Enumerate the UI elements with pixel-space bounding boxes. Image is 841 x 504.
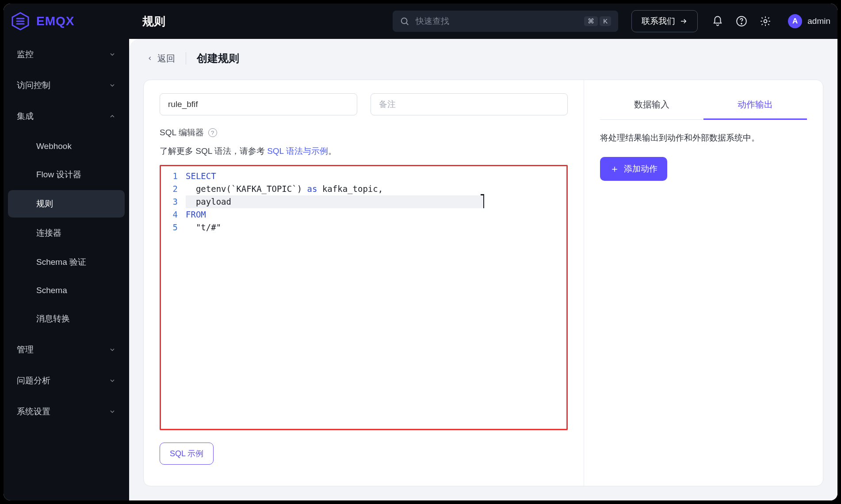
- code-content: payload: [186, 195, 484, 208]
- rule-card: SQL 编辑器 ? 了解更多 SQL 语法，请参考 SQL 语法与示例。 1SE…: [143, 80, 823, 486]
- main-content: 返回 创建规则 SQL 编辑器 ? 了解更多 SQL 语法，请参考 SQL 语法…: [129, 39, 837, 500]
- code-content: getenv(`KAFKA_TOPIC`) as kafka_topic,: [186, 183, 383, 195]
- sidebar-section-integration[interactable]: 集成: [4, 101, 129, 132]
- breadcrumb-separator: [186, 52, 186, 65]
- chevron-down-icon: [109, 346, 116, 353]
- brand-name: EMQX: [36, 14, 74, 28]
- back-button[interactable]: 返回: [147, 53, 175, 65]
- contact-us-button[interactable]: 联系我们: [631, 10, 698, 32]
- tab-description: 将处理结果输出到动作和外部数据系统中。: [600, 132, 807, 144]
- line-number: 1: [161, 170, 186, 183]
- rule-name-input[interactable]: [160, 93, 357, 115]
- header-page-title: 规则: [142, 14, 165, 29]
- arrow-right-icon: [680, 17, 688, 25]
- brand-area[interactable]: EMQX: [11, 11, 130, 31]
- code-content: FROM: [186, 208, 206, 221]
- code-line[interactable]: 5 "t/#": [161, 221, 566, 234]
- chevron-down-icon: [109, 82, 116, 89]
- sidebar-item-flow[interactable]: Flow 设计器: [8, 161, 125, 188]
- sidebar: 监控 访问控制 集成 Webhook Flow 设计器 规则 连接器 Schem…: [4, 39, 129, 500]
- sidebar-section-diagnose[interactable]: 问题分析: [4, 365, 129, 396]
- code-line[interactable]: 1SELECT: [161, 170, 566, 183]
- sql-editor-label: SQL 编辑器 ?: [160, 127, 568, 138]
- app-header: EMQX 规则 ⌘ K 联系我们 A admin: [4, 4, 837, 39]
- username-label: admin: [807, 16, 830, 26]
- line-number: 2: [161, 183, 186, 195]
- sidebar-item-schema-validate[interactable]: Schema 验证: [8, 248, 125, 276]
- sidebar-item-msg-transform[interactable]: 消息转换: [8, 305, 125, 332]
- svg-point-6: [764, 20, 767, 23]
- svg-line-2: [406, 23, 408, 25]
- actions-tabs: 数据输入 动作输出: [600, 92, 807, 120]
- sql-hint: 了解更多 SQL 语法，请参考 SQL 语法与示例。: [160, 145, 568, 157]
- breadcrumb: 返回 创建规则: [129, 39, 837, 74]
- contact-label: 联系我们: [642, 15, 675, 27]
- rule-editor-panel: SQL 编辑器 ? 了解更多 SQL 语法，请参考 SQL 语法与示例。 1SE…: [144, 80, 584, 486]
- code-line[interactable]: 3 payload: [161, 195, 566, 208]
- chevron-down-icon: [109, 51, 116, 58]
- sql-editor[interactable]: 1SELECT2 getenv(`KAFKA_TOPIC`) as kafka_…: [160, 165, 568, 430]
- chevron-up-icon: [109, 113, 116, 120]
- sidebar-section-manage[interactable]: 管理: [4, 334, 129, 365]
- code-line[interactable]: 4FROM: [161, 208, 566, 221]
- tab-data-input[interactable]: 数据输入: [600, 92, 703, 119]
- add-action-button[interactable]: ＋ 添加动作: [600, 157, 667, 181]
- line-number: 5: [161, 221, 186, 234]
- sidebar-section-monitor[interactable]: 监控: [4, 39, 129, 70]
- help-icon[interactable]: ?: [208, 128, 217, 137]
- plus-icon: ＋: [610, 164, 619, 174]
- sidebar-item-schema[interactable]: Schema: [8, 278, 125, 303]
- svg-point-5: [741, 23, 742, 24]
- code-content: SELECT: [186, 170, 216, 183]
- svg-point-1: [401, 18, 407, 24]
- sidebar-item-rules[interactable]: 规则: [8, 190, 125, 218]
- line-number: 3: [161, 195, 186, 208]
- avatar: A: [788, 14, 802, 28]
- emqx-logo-icon: [11, 11, 30, 31]
- sidebar-item-webhook[interactable]: Webhook: [8, 134, 125, 159]
- chevron-down-icon: [109, 408, 116, 415]
- bell-icon[interactable]: [712, 15, 723, 27]
- chevron-left-icon: [147, 55, 153, 61]
- search-shortcut: ⌘ K: [584, 16, 611, 26]
- code-content: "t/#": [186, 221, 221, 234]
- sql-example-button[interactable]: SQL 示例: [160, 443, 214, 465]
- actions-panel: 数据输入 动作输出 将处理结果输出到动作和外部数据系统中。 ＋ 添加动作: [584, 80, 823, 486]
- sidebar-item-connectors[interactable]: 连接器: [8, 219, 125, 247]
- code-line[interactable]: 2 getenv(`KAFKA_TOPIC`) as kafka_topic,: [161, 183, 566, 195]
- search-icon: [400, 16, 409, 26]
- line-number: 4: [161, 208, 186, 221]
- help-icon[interactable]: [736, 15, 747, 27]
- search-input[interactable]: [416, 16, 578, 26]
- user-menu[interactable]: A admin: [788, 14, 830, 28]
- sidebar-section-system[interactable]: 系统设置: [4, 396, 129, 427]
- chevron-down-icon: [109, 377, 116, 384]
- gear-icon[interactable]: [760, 15, 771, 27]
- tab-action-output[interactable]: 动作输出: [703, 92, 807, 120]
- page-title: 创建规则: [197, 51, 239, 65]
- quick-search[interactable]: ⌘ K: [393, 11, 618, 32]
- sidebar-section-access[interactable]: 访问控制: [4, 70, 129, 101]
- rule-note-input[interactable]: [371, 93, 568, 115]
- sql-docs-link[interactable]: SQL 语法与示例: [267, 146, 328, 156]
